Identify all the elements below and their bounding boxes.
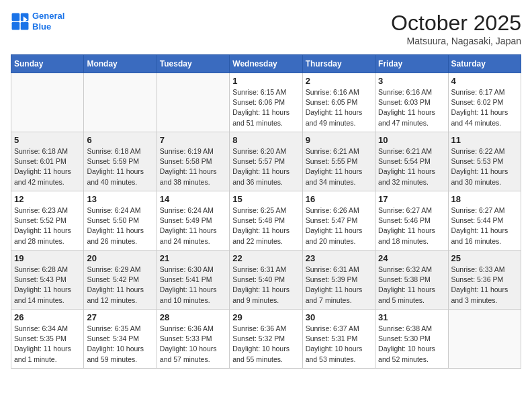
calendar-cell: 8Sunrise: 6:20 AMSunset: 5:57 PMDaylight…	[230, 132, 302, 191]
calendar-cell: 4Sunrise: 6:17 AMSunset: 6:02 PMDaylight…	[448, 73, 521, 132]
day-number: 23	[306, 253, 372, 263]
day-number: 31	[378, 312, 445, 322]
day-info: Sunrise: 6:24 AMSunset: 5:50 PMDaylight:…	[87, 205, 153, 246]
calendar-cell: 22Sunrise: 6:31 AMSunset: 5:40 PMDayligh…	[230, 250, 302, 310]
calendar-cell	[84, 73, 157, 132]
month-title: October 2025	[391, 11, 521, 36]
weekday-header-friday: Friday	[375, 55, 448, 73]
day-number: 16	[306, 194, 372, 204]
day-number: 2	[306, 76, 372, 86]
week-row-5: 26Sunrise: 6:34 AMSunset: 5:35 PMDayligh…	[11, 310, 521, 369]
calendar-cell: 21Sunrise: 6:30 AMSunset: 5:41 PMDayligh…	[157, 250, 229, 310]
day-info: Sunrise: 6:24 AMSunset: 5:49 PMDaylight:…	[160, 205, 226, 246]
calendar-cell	[157, 73, 229, 132]
week-row-2: 5Sunrise: 6:18 AMSunset: 6:01 PMDaylight…	[11, 132, 521, 191]
day-number: 4	[451, 76, 518, 86]
day-info: Sunrise: 6:32 AMSunset: 5:38 PMDaylight:…	[378, 265, 445, 306]
day-info: Sunrise: 6:21 AMSunset: 5:54 PMDaylight:…	[378, 146, 445, 187]
calendar-cell: 23Sunrise: 6:31 AMSunset: 5:39 PMDayligh…	[302, 250, 375, 310]
calendar-cell: 18Sunrise: 6:27 AMSunset: 5:44 PMDayligh…	[448, 191, 521, 250]
calendar-cell: 29Sunrise: 6:36 AMSunset: 5:32 PMDayligh…	[230, 310, 302, 369]
day-info: Sunrise: 6:29 AMSunset: 5:42 PMDaylight:…	[87, 265, 153, 306]
calendar-cell: 3Sunrise: 6:16 AMSunset: 6:03 PMDaylight…	[375, 73, 448, 132]
day-number: 11	[451, 135, 518, 145]
day-info: Sunrise: 6:31 AMSunset: 5:40 PMDaylight:…	[232, 265, 299, 306]
calendar-cell: 14Sunrise: 6:24 AMSunset: 5:49 PMDayligh…	[157, 191, 229, 250]
calendar-cell: 13Sunrise: 6:24 AMSunset: 5:50 PMDayligh…	[84, 191, 157, 250]
day-info: Sunrise: 6:21 AMSunset: 5:55 PMDaylight:…	[306, 146, 372, 187]
calendar-cell: 1Sunrise: 6:15 AMSunset: 6:06 PMDaylight…	[230, 73, 302, 132]
logo-text: General Blue	[32, 11, 64, 32]
day-info: Sunrise: 6:26 AMSunset: 5:47 PMDaylight:…	[306, 205, 372, 246]
day-number: 6	[87, 135, 153, 145]
day-info: Sunrise: 6:38 AMSunset: 5:30 PMDaylight:…	[378, 324, 445, 365]
day-info: Sunrise: 6:31 AMSunset: 5:39 PMDaylight:…	[306, 265, 372, 306]
weekday-header-sunday: Sunday	[11, 55, 84, 73]
logo: General Blue	[11, 11, 64, 32]
day-number: 24	[378, 253, 445, 263]
calendar-cell: 19Sunrise: 6:28 AMSunset: 5:43 PMDayligh…	[11, 250, 84, 310]
calendar-cell: 16Sunrise: 6:26 AMSunset: 5:47 PMDayligh…	[302, 191, 375, 250]
svg-rect-0	[12, 13, 20, 21]
calendar-cell: 25Sunrise: 6:33 AMSunset: 5:36 PMDayligh…	[448, 250, 521, 310]
day-number: 5	[14, 135, 81, 145]
day-info: Sunrise: 6:23 AMSunset: 5:52 PMDaylight:…	[14, 205, 81, 246]
calendar-cell: 5Sunrise: 6:18 AMSunset: 6:01 PMDaylight…	[11, 132, 84, 191]
weekday-header-wednesday: Wednesday	[230, 55, 302, 73]
calendar-cell: 26Sunrise: 6:34 AMSunset: 5:35 PMDayligh…	[11, 310, 84, 369]
week-row-1: 1Sunrise: 6:15 AMSunset: 6:06 PMDaylight…	[11, 73, 521, 132]
day-number: 10	[378, 135, 445, 145]
calendar-cell: 9Sunrise: 6:21 AMSunset: 5:55 PMDaylight…	[302, 132, 375, 191]
day-number: 19	[14, 253, 81, 263]
weekday-header-tuesday: Tuesday	[157, 55, 229, 73]
day-info: Sunrise: 6:36 AMSunset: 5:33 PMDaylight:…	[160, 324, 226, 365]
day-info: Sunrise: 6:35 AMSunset: 5:34 PMDaylight:…	[87, 324, 153, 365]
logo-icon	[11, 12, 30, 31]
day-number: 27	[87, 312, 153, 322]
day-info: Sunrise: 6:27 AMSunset: 5:44 PMDaylight:…	[451, 205, 518, 246]
day-info: Sunrise: 6:18 AMSunset: 5:59 PMDaylight:…	[87, 146, 153, 187]
day-number: 3	[378, 76, 445, 86]
day-info: Sunrise: 6:27 AMSunset: 5:46 PMDaylight:…	[378, 205, 445, 246]
day-number: 26	[14, 312, 81, 322]
calendar-cell: 27Sunrise: 6:35 AMSunset: 5:34 PMDayligh…	[84, 310, 157, 369]
calendar-cell: 28Sunrise: 6:36 AMSunset: 5:33 PMDayligh…	[157, 310, 229, 369]
calendar-cell: 6Sunrise: 6:18 AMSunset: 5:59 PMDaylight…	[84, 132, 157, 191]
calendar-cell: 10Sunrise: 6:21 AMSunset: 5:54 PMDayligh…	[375, 132, 448, 191]
title-block: October 2025 Matsuura, Nagasaki, Japan	[391, 11, 521, 46]
day-number: 18	[451, 194, 518, 204]
day-info: Sunrise: 6:18 AMSunset: 6:01 PMDaylight:…	[14, 146, 81, 187]
calendar-cell: 30Sunrise: 6:37 AMSunset: 5:31 PMDayligh…	[302, 310, 375, 369]
day-info: Sunrise: 6:37 AMSunset: 5:31 PMDaylight:…	[306, 324, 372, 365]
calendar-cell: 7Sunrise: 6:19 AMSunset: 5:58 PMDaylight…	[157, 132, 229, 191]
day-number: 29	[232, 312, 299, 322]
day-info: Sunrise: 6:22 AMSunset: 5:53 PMDaylight:…	[451, 146, 518, 187]
day-info: Sunrise: 6:28 AMSunset: 5:43 PMDaylight:…	[14, 265, 81, 306]
day-info: Sunrise: 6:17 AMSunset: 6:02 PMDaylight:…	[451, 87, 518, 128]
day-info: Sunrise: 6:19 AMSunset: 5:58 PMDaylight:…	[160, 146, 226, 187]
day-info: Sunrise: 6:34 AMSunset: 5:35 PMDaylight:…	[14, 324, 81, 365]
day-info: Sunrise: 6:33 AMSunset: 5:36 PMDaylight:…	[451, 265, 518, 306]
location: Matsuura, Nagasaki, Japan	[391, 36, 521, 46]
weekday-header-saturday: Saturday	[448, 55, 521, 73]
calendar-cell: 11Sunrise: 6:22 AMSunset: 5:53 PMDayligh…	[448, 132, 521, 191]
day-number: 1	[232, 76, 299, 86]
day-info: Sunrise: 6:36 AMSunset: 5:32 PMDaylight:…	[232, 324, 299, 365]
day-number: 28	[160, 312, 226, 322]
weekday-header-thursday: Thursday	[302, 55, 375, 73]
day-number: 15	[232, 194, 299, 204]
weekday-header-monday: Monday	[84, 55, 157, 73]
day-number: 8	[232, 135, 299, 145]
week-row-4: 19Sunrise: 6:28 AMSunset: 5:43 PMDayligh…	[11, 250, 521, 310]
calendar-cell: 2Sunrise: 6:16 AMSunset: 6:05 PMDaylight…	[302, 73, 375, 132]
day-number: 12	[14, 194, 81, 204]
day-number: 21	[160, 253, 226, 263]
day-number: 17	[378, 194, 445, 204]
day-info: Sunrise: 6:15 AMSunset: 6:06 PMDaylight:…	[232, 87, 299, 128]
calendar-cell: 31Sunrise: 6:38 AMSunset: 5:30 PMDayligh…	[375, 310, 448, 369]
day-number: 9	[306, 135, 372, 145]
calendar-cell	[11, 73, 84, 132]
day-number: 20	[87, 253, 153, 263]
day-info: Sunrise: 6:25 AMSunset: 5:48 PMDaylight:…	[232, 205, 299, 246]
day-info: Sunrise: 6:20 AMSunset: 5:57 PMDaylight:…	[232, 146, 299, 187]
